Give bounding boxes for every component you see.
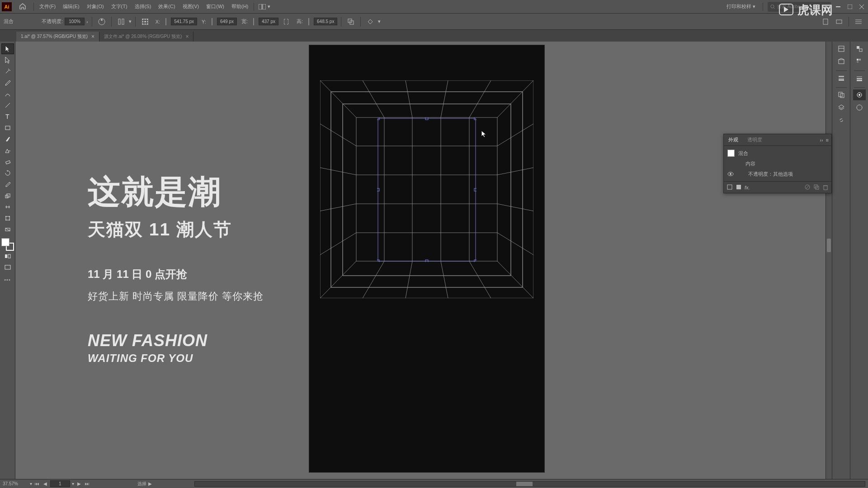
menu-effect[interactable]: 效果(C) <box>155 3 179 10</box>
menu-view[interactable]: 视图(V) <box>179 3 203 10</box>
doc-setup-icon[interactable] <box>820 16 831 28</box>
horizontal-scrollbar[interactable] <box>194 481 865 487</box>
canvas-area[interactable]: 这就是潮 天猫双 11 潮人节 11 月 11 日 0 点开抢 好货上新 时尚专… <box>15 42 832 479</box>
prev-artboard-icon[interactable]: ◀ <box>42 481 48 486</box>
clear-icon[interactable] <box>804 184 811 191</box>
add-fill-icon[interactable] <box>726 184 733 191</box>
pen-tool[interactable] <box>1 77 14 88</box>
x-value[interactable]: 541.75 px <box>171 18 197 25</box>
minimize-button[interactable] <box>834 4 843 10</box>
draw-mode-icon[interactable] <box>1 251 14 262</box>
type-tool[interactable]: T <box>1 111 14 122</box>
gradient-tool[interactable] <box>1 224 14 235</box>
shape-mode-icon[interactable] <box>345 16 357 28</box>
tab-close-icon[interactable]: × <box>91 33 94 40</box>
appearance-row-blend[interactable]: 混合 <box>724 148 831 159</box>
width-tool[interactable] <box>1 202 14 212</box>
opacity-dropdown-icon[interactable]: › <box>86 19 88 24</box>
search-box[interactable] <box>768 2 831 12</box>
zoom-dropdown-icon[interactable]: ▾ <box>30 481 32 486</box>
panel-tab-appearance[interactable]: 外观 <box>724 136 743 143</box>
magic-wand-tool[interactable] <box>1 66 14 77</box>
transform-ref-icon[interactable] <box>139 16 151 28</box>
recolor-icon[interactable] <box>96 16 108 28</box>
add-effect-icon[interactable]: fx. <box>745 185 750 190</box>
appearance-panel-icon[interactable] <box>853 89 866 100</box>
screen-mode-icon[interactable] <box>1 262 14 273</box>
free-transform-tool[interactable] <box>1 213 14 224</box>
eraser-tool[interactable] <box>1 156 14 167</box>
scale-tool[interactable] <box>1 190 14 201</box>
tab-close-icon[interactable]: × <box>185 33 189 40</box>
next-artboard-icon[interactable]: ▶ <box>76 481 82 486</box>
appearance-row-contents[interactable]: 内容 <box>724 159 831 169</box>
menu-select[interactable]: 选择(S) <box>131 3 155 10</box>
tab-active[interactable]: 1.ai* @ 37.57% (RGB/GPU 预览) × <box>16 32 99 42</box>
properties-panel-icon[interactable] <box>835 43 848 54</box>
eyedropper-tool[interactable] <box>1 179 14 190</box>
visibility-icon[interactable] <box>727 172 734 177</box>
direct-selection-tool[interactable] <box>1 55 14 66</box>
menu-window[interactable]: 窗口(W) <box>203 3 228 10</box>
rotate-tool[interactable] <box>1 168 14 178</box>
h-value[interactable]: 648.5 px <box>314 18 337 25</box>
links-panel-icon[interactable] <box>835 115 848 126</box>
menu-edit[interactable]: 编辑(E) <box>59 3 83 10</box>
layers-panel-icon[interactable] <box>835 102 848 113</box>
graphic-styles-panel-icon[interactable] <box>853 102 866 113</box>
scrollbar-thumb[interactable] <box>827 239 831 252</box>
appearance-panel[interactable]: 外观 透明度 ›› ≡ 混合 内容 不透明度：其他选项 fx. <box>723 134 832 193</box>
link-wh-icon[interactable] <box>280 16 292 28</box>
menu-file[interactable]: 文件(F) <box>36 3 59 10</box>
brushes-panel-icon[interactable] <box>853 73 866 84</box>
swatches-panel-icon[interactable] <box>853 56 866 67</box>
maximize-button[interactable] <box>845 4 854 10</box>
trash-icon[interactable] <box>822 184 829 191</box>
color-panel-icon[interactable] <box>853 43 866 54</box>
panel-tab-transparency[interactable]: 透明度 <box>743 136 767 143</box>
last-artboard-icon[interactable]: ⏭ <box>84 481 90 486</box>
rectangle-tool[interactable] <box>1 122 14 133</box>
isolate-icon[interactable] <box>364 16 376 28</box>
more-dropdown-icon[interactable]: ▾ <box>378 19 381 24</box>
duplicate-icon[interactable] <box>813 184 820 191</box>
artboard-dropdown-icon[interactable]: ▾ <box>72 481 74 486</box>
w-value[interactable]: 437 px <box>259 18 278 25</box>
line-tool[interactable] <box>1 100 14 111</box>
zoom-level[interactable]: 37.57% <box>3 481 28 486</box>
workspace-switcher[interactable]: 打印和校样 ▾ <box>724 3 758 10</box>
toolbar-expand-icon[interactable]: ••• <box>4 277 11 282</box>
shaper-tool[interactable] <box>1 145 14 156</box>
status-menu-icon[interactable]: ▶ <box>148 481 152 486</box>
panel-menu-icon[interactable]: ≡ <box>826 137 829 143</box>
close-button[interactable] <box>857 4 866 10</box>
prefs-icon[interactable] <box>833 16 845 28</box>
opacity-value[interactable]: 100% <box>65 18 85 25</box>
fill-stroke-swatches[interactable] <box>1 238 14 251</box>
add-stroke-icon[interactable] <box>736 184 742 191</box>
link-xy-icon[interactable] <box>163 16 169 28</box>
menu-object[interactable]: 对象(O) <box>83 3 108 10</box>
home-icon[interactable] <box>19 3 27 11</box>
vertical-scrollbar[interactable] <box>826 42 832 479</box>
arrange-docs-button[interactable]: ▾ <box>256 4 273 9</box>
align-icon[interactable] <box>115 16 127 28</box>
fill-swatch[interactable] <box>1 238 9 246</box>
panel-collapse-icon[interactable]: ›› <box>820 137 823 143</box>
menu-help[interactable]: 帮助(H) <box>228 3 252 10</box>
curvature-tool[interactable] <box>1 89 14 99</box>
stroke-panel-icon[interactable] <box>835 73 848 84</box>
y-value[interactable]: 649 px <box>217 18 237 25</box>
artboards-panel-icon[interactable] <box>835 89 848 100</box>
appearance-row-opacity[interactable]: 不透明度：其他选项 <box>724 169 831 179</box>
first-artboard-icon[interactable]: ⏮ <box>34 481 40 486</box>
scrollbar-thumb[interactable] <box>516 482 533 486</box>
selection-tool[interactable] <box>1 43 14 54</box>
menu-type[interactable]: 文字(T) <box>108 3 131 10</box>
search-input[interactable] <box>777 4 828 9</box>
libraries-panel-icon[interactable] <box>835 56 848 67</box>
tab-inactive[interactable]: 源文件.ai* @ 26.08% (RGB/GPU 预览) × <box>99 32 193 42</box>
artboard-number[interactable]: 1 <box>50 480 70 487</box>
panel-menu-icon[interactable] <box>853 16 864 28</box>
paintbrush-tool[interactable] <box>1 134 14 145</box>
